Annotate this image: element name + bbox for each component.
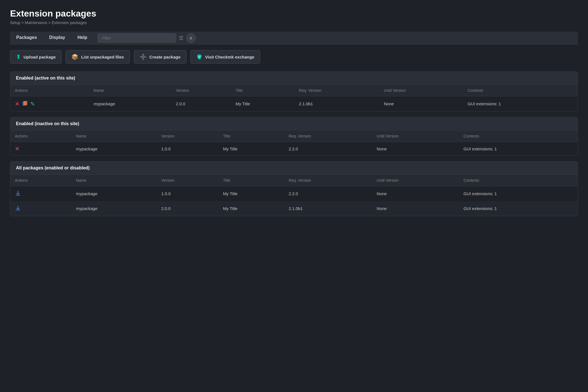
action-buttons-row: ⬆ Upload package 📦 List unpackaged files… — [10, 50, 578, 64]
col-title: Title — [231, 85, 294, 96]
visit-exchange-label: Visit Checkmk exchange — [205, 55, 255, 59]
row-req-version: 2.1.0b1 — [284, 201, 372, 216]
copy-icon[interactable] — [22, 100, 28, 107]
col-contents: Contents — [463, 85, 578, 96]
col-title: Title — [219, 130, 284, 142]
col-contents: Contents — [459, 175, 578, 186]
row-contents: GUI extensions: 1 — [459, 142, 578, 156]
col-version: Version — [157, 130, 219, 142]
row-contents: GUI extensions: 1 — [463, 96, 578, 111]
list-unpackaged-button[interactable]: 📦 List unpackaged files — [66, 50, 130, 64]
list-unpackaged-icon: 📦 — [71, 54, 78, 60]
active-table-header-row: Actions Name Version Title Req. Version … — [10, 85, 578, 96]
create-package-icon: ➕ — [140, 54, 147, 60]
col-actions: Actions — [10, 85, 89, 96]
upload-icon: ⬆ — [16, 54, 21, 60]
row-actions — [10, 201, 71, 216]
svg-rect-1 — [24, 101, 27, 105]
row-req-version: 2.1.0b1 — [294, 96, 379, 111]
row-name: mypackage — [71, 186, 157, 201]
row-name: mypackage — [89, 96, 171, 111]
toolbar-filter-area: ☰ ∧ — [93, 33, 578, 43]
inactive-table-header-row: Actions Name Version Title Req. Version … — [10, 130, 578, 142]
section-inactive: Enabled (inactive on this site) Actions … — [10, 117, 578, 156]
chevron-up-button[interactable]: ∧ — [186, 33, 196, 43]
create-package-label: Create package — [150, 55, 181, 59]
tab-packages[interactable]: Packages — [10, 32, 43, 44]
delete-icon[interactable]: ✕ — [15, 146, 20, 151]
section-all: All packages (enabled or disabled) Actio… — [10, 161, 578, 216]
section-all-header: All packages (enabled or disabled) — [10, 162, 578, 175]
col-req-version: Req. Version — [284, 130, 372, 142]
visit-exchange-button[interactable]: Visit Checkmk exchange — [190, 50, 260, 64]
row-version: 2.0.0 — [171, 96, 231, 111]
all-table-header-row: Actions Name Version Title Req. Version … — [10, 175, 578, 186]
tab-display[interactable]: Display — [43, 32, 71, 44]
table-row: mypackage 2.0.0 My Title 2.1.0b1 None GU… — [10, 201, 578, 216]
col-until-version: Until Version — [379, 85, 463, 96]
upload-package-label: Upload package — [24, 55, 56, 59]
col-until-version: Until Version — [372, 175, 459, 186]
section-active: Enabled (active on this site) Actions Na… — [10, 71, 578, 111]
download-icon[interactable] — [15, 205, 21, 212]
col-contents: Contents — [459, 130, 578, 142]
row-contents: GUI extensions: 1 — [459, 186, 578, 201]
section-active-header: Enabled (active on this site) — [10, 72, 578, 85]
col-version: Version — [171, 85, 231, 96]
row-version: 1.0.0 — [157, 186, 219, 201]
create-package-button[interactable]: ➕ Create package — [134, 50, 186, 64]
col-req-version: Req. Version — [294, 85, 379, 96]
row-title: My Title — [231, 96, 294, 111]
col-req-version: Req. Version — [284, 175, 372, 186]
col-name: Name — [71, 175, 157, 186]
row-version: 1.0.0 — [157, 142, 219, 156]
row-actions: ✕ — [10, 142, 71, 156]
filter-icon[interactable]: ☰ — [179, 35, 183, 41]
table-row: ✕ mypackage 1.0.0 My Title 2.2.0 None GU… — [10, 142, 578, 156]
col-name: Name — [89, 85, 171, 96]
row-title: My Title — [219, 186, 284, 201]
filter-input[interactable] — [98, 34, 176, 43]
row-until-version: None — [379, 96, 463, 111]
row-until-version: None — [372, 142, 459, 156]
col-until-version: Until Version — [372, 130, 459, 142]
row-req-version: 2.2.0 — [284, 186, 372, 201]
edit-icon[interactable]: ✎ — [30, 101, 35, 107]
row-req-version: 2.2.0 — [284, 142, 372, 156]
delete-icon[interactable]: ✕ — [15, 101, 20, 107]
row-title: My Title — [219, 201, 284, 216]
breadcrumb: Setup > Maintenance > Extension packages — [10, 20, 578, 25]
inactive-table: Actions Name Version Title Req. Version … — [10, 130, 578, 155]
download-icon[interactable] — [15, 190, 21, 197]
row-actions — [10, 186, 71, 201]
col-version: Version — [157, 175, 219, 186]
col-actions: Actions — [10, 130, 71, 142]
row-name: mypackage — [71, 201, 157, 216]
list-unpackaged-label: List unpackaged files — [81, 55, 124, 59]
upload-package-button[interactable]: ⬆ Upload package — [10, 50, 62, 64]
col-name: Name — [71, 130, 157, 142]
row-until-version: None — [372, 201, 459, 216]
active-table: Actions Name Version Title Req. Version … — [10, 85, 578, 111]
row-version: 2.0.0 — [157, 201, 219, 216]
page-title: Extension packages — [10, 8, 578, 19]
row-contents: GUI extensions: 1 — [459, 201, 578, 216]
section-inactive-header: Enabled (inactive on this site) — [10, 117, 578, 130]
table-row: ✕ ✎ mypackage 2.0.0 My Title 2.1.0b1 N — [10, 96, 578, 111]
row-until-version: None — [372, 186, 459, 201]
row-name: mypackage — [71, 142, 157, 156]
col-title: Title — [219, 175, 284, 186]
row-actions: ✕ ✎ — [10, 96, 89, 111]
toolbar: Packages Display Help ☰ ∧ — [10, 32, 578, 45]
table-row: mypackage 1.0.0 My Title 2.2.0 None GUI … — [10, 186, 578, 201]
all-table: Actions Name Version Title Req. Version … — [10, 175, 578, 216]
col-actions: Actions — [10, 175, 71, 186]
tab-help[interactable]: Help — [71, 32, 94, 44]
checkmk-shield-icon — [196, 54, 202, 60]
row-title: My Title — [219, 142, 284, 156]
